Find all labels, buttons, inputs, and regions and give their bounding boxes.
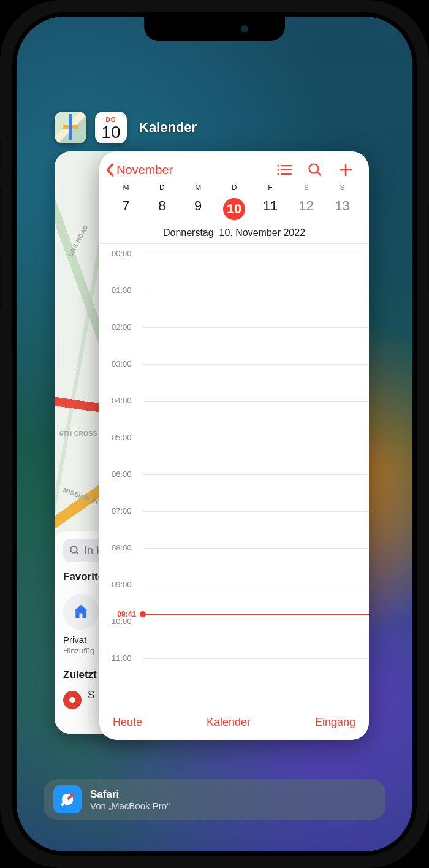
calendar-hour-row[interactable]: 08:00 — [99, 548, 369, 585]
app-switcher-icon-row: DO 10 Kalender — [55, 112, 197, 143]
calendar-add-button[interactable] — [332, 162, 359, 177]
active-app-title: Kalender — [139, 120, 197, 135]
calendar-dow: F — [252, 183, 288, 192]
calendar-hour-label: 02:00 — [112, 322, 132, 332]
search-icon — [308, 162, 322, 177]
calendar-day-cell[interactable]: 11 — [252, 194, 288, 224]
svg-point-0 — [70, 546, 77, 553]
calendar-search-button[interactable] — [302, 162, 328, 177]
svg-line-1 — [76, 552, 78, 554]
calendar-day-cell[interactable]: 10 — [216, 194, 252, 224]
iphone-frame: DO 10 Kalender URS ROAD 6TH CROSS MISSIO… — [0, 0, 429, 868]
calendar-hour-row[interactable]: 11:00 — [99, 658, 369, 695]
calendar-hour-label: 03:00 — [112, 359, 132, 368]
calendar-hour-row[interactable]: 05:00 — [99, 438, 369, 474]
bezel: DO 10 Kalender URS ROAD 6TH CROSS MISSIO… — [12, 12, 417, 856]
calendar-dow: S — [324, 183, 360, 192]
svg-point-2 — [278, 165, 279, 167]
calendar-hour-label: 01:00 — [112, 286, 132, 295]
maps-recent-item[interactable]: S — [88, 689, 94, 701]
calendar-now-line — [146, 614, 369, 615]
calendar-back-label: November — [116, 163, 173, 177]
handoff-source: Von „MacBook Pro“ — [90, 801, 170, 811]
maps-street-label: URS ROAD — [67, 224, 89, 258]
maps-favorite-home[interactable] — [63, 594, 99, 630]
calendar-list-view-button[interactable] — [271, 163, 298, 177]
calendar-toolbar: Heute Kalender Eingang — [99, 709, 369, 740]
calendar-dow: S — [288, 183, 324, 192]
safari-icon — [53, 785, 82, 813]
svg-line-9 — [317, 172, 321, 176]
calendar-day-cell[interactable]: 9 — [180, 194, 216, 224]
calendar-hour-label: 05:00 — [112, 433, 132, 442]
maps-app-icon[interactable] — [55, 112, 86, 143]
calendar-hour-row[interactable]: 07:00 — [99, 511, 369, 548]
calendar-dow: M — [180, 183, 216, 192]
calendar-day-cell[interactable]: 8 — [144, 194, 180, 224]
calendar-hour-label: 08:00 — [112, 543, 132, 552]
svg-point-6 — [278, 173, 279, 175]
calendar-hour-label: 11:00 — [112, 653, 132, 663]
screen: DO 10 Kalender URS ROAD 6TH CROSS MISSIO… — [17, 17, 412, 851]
calendar-hour-label: 07:00 — [112, 506, 132, 516]
maps-street-label: 6TH CROSS — [59, 430, 97, 437]
calendar-back-button[interactable]: November — [105, 163, 173, 177]
calendar-app-icon[interactable]: DO 10 — [95, 112, 127, 143]
calendar-day-cell[interactable]: 7 — [108, 194, 144, 224]
calendar-hour-row[interactable]: 06:00 — [99, 474, 369, 511]
calendar-inbox-button[interactable]: Eingang — [315, 716, 355, 729]
calendar-hour-row[interactable]: 00:00 — [99, 254, 369, 291]
chevron-left-icon — [105, 163, 115, 177]
calendar-hour-row[interactable]: 02:00 — [99, 327, 369, 364]
calendar-week-row: MDMDFSS 78910111213 — [99, 181, 369, 224]
calendar-dow: D — [216, 183, 252, 192]
calendar-today-button[interactable]: Heute — [113, 716, 142, 729]
handoff-banner[interactable]: Safari Von „MacBook Pro“ — [44, 779, 385, 820]
calendar-calendars-button[interactable]: Kalender — [207, 716, 251, 729]
plus-icon — [338, 162, 353, 177]
volume-up-button[interactable] — [0, 187, 1, 242]
calendar-now-time: 09:41 — [112, 610, 139, 619]
mute-switch[interactable] — [0, 141, 1, 169]
calendar-hour-row[interactable]: 04:00 — [99, 401, 369, 438]
calendar-hour-label: 00:00 — [112, 249, 132, 258]
calendar-icon-day: 10 — [101, 124, 120, 141]
svg-point-4 — [278, 169, 279, 171]
calendar-hour-label: 06:00 — [112, 470, 132, 479]
notch — [144, 17, 285, 41]
calendar-navbar: November — [99, 151, 369, 181]
calendar-day-cell[interactable]: 12 — [288, 194, 324, 224]
handoff-app-name: Safari — [90, 788, 170, 801]
calendar-day-cell[interactable]: 13 — [324, 194, 360, 224]
calendar-dow: D — [144, 183, 180, 192]
calendar-now-indicator: 09:41 — [112, 610, 369, 619]
calendar-hour-label: 04:00 — [112, 396, 132, 405]
calendar-now-dot — [140, 611, 146, 617]
calendar-full-date: Donnerstag 10. November 2022 — [99, 224, 369, 243]
calendar-day-timeline[interactable]: 00:0001:0002:0003:0004:0005:0006:0007:00… — [99, 244, 369, 709]
list-icon — [276, 163, 292, 177]
calendar-hour-label: 09:00 — [112, 580, 132, 589]
calendar-dow: M — [108, 183, 144, 192]
search-icon — [69, 545, 80, 556]
pin-icon — [63, 691, 82, 709]
calendar-hour-row[interactable]: 03:00 — [99, 364, 369, 401]
calendar-hour-row[interactable]: 10:00 — [99, 622, 369, 658]
app-card-calendar[interactable]: November — [99, 151, 369, 740]
calendar-hour-row[interactable]: 01:00 — [99, 291, 369, 327]
volume-down-button[interactable] — [0, 254, 1, 310]
house-icon — [72, 603, 90, 621]
